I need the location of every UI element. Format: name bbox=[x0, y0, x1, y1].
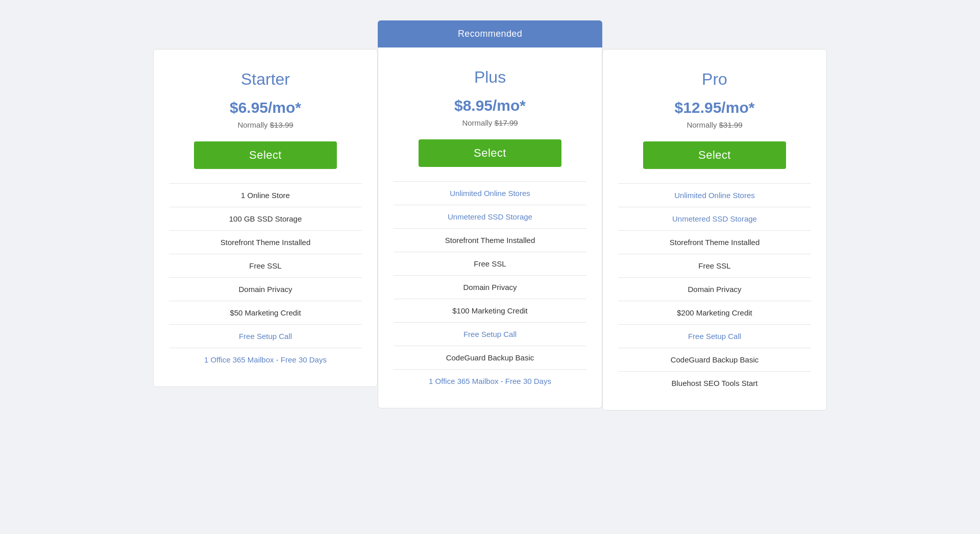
feature-item: Storefront Theme Installed bbox=[618, 230, 811, 254]
features-list-starter: 1 Online Store100 GB SSD StorageStorefro… bbox=[169, 183, 362, 371]
plan-price-plus: $8.95/mo* bbox=[394, 97, 586, 114]
feature-item: $100 Marketing Credit bbox=[394, 299, 586, 322]
feature-item: $50 Marketing Credit bbox=[169, 301, 362, 324]
spacer bbox=[602, 20, 827, 49]
feature-item: Bluehost SEO Tools Start bbox=[618, 371, 811, 395]
feature-item: $200 Marketing Credit bbox=[618, 301, 811, 324]
plan-name-plus: Plus bbox=[394, 68, 586, 87]
feature-item: Storefront Theme Installed bbox=[169, 230, 362, 254]
feature-item: Domain Privacy bbox=[618, 277, 811, 301]
plan-original-price-starter: Normally $13.99 bbox=[169, 120, 362, 129]
feature-item: 1 Office 365 Mailbox - Free 30 Days bbox=[394, 369, 586, 393]
feature-item: Free SSL bbox=[394, 252, 586, 275]
feature-item: 100 GB SSD Storage bbox=[169, 207, 362, 230]
plan-name-pro: Pro bbox=[618, 70, 811, 89]
recommended-badge: Recommended bbox=[378, 20, 602, 47]
plan-card-pro: Pro$12.95/mo*Normally $31.99SelectUnlimi… bbox=[602, 49, 827, 410]
feature-item: Free Setup Call bbox=[169, 324, 362, 348]
select-button-pro[interactable]: Select bbox=[643, 141, 786, 169]
select-button-starter[interactable]: Select bbox=[194, 141, 337, 169]
plan-card-starter: Starter$6.95/mo*Normally $13.99Select1 O… bbox=[153, 49, 378, 387]
feature-item: Unlimited Online Stores bbox=[618, 183, 811, 207]
feature-item: Unmetered SSD Storage bbox=[618, 207, 811, 230]
plan-card-plus: Plus$8.95/mo*Normally $17.99SelectUnlimi… bbox=[378, 47, 602, 408]
features-list-pro: Unlimited Online StoresUnmetered SSD Sto… bbox=[618, 183, 811, 395]
feature-item: 1 Office 365 Mailbox - Free 30 Days bbox=[169, 348, 362, 371]
select-button-plus[interactable]: Select bbox=[419, 139, 561, 167]
plan-original-price-pro: Normally $31.99 bbox=[618, 120, 811, 129]
feature-item: CodeGuard Backup Basic bbox=[394, 346, 586, 369]
plan-price-pro: $12.95/mo* bbox=[618, 99, 811, 116]
feature-item: Free Setup Call bbox=[394, 322, 586, 346]
plan-column-starter: Starter$6.95/mo*Normally $13.99Select1 O… bbox=[153, 20, 378, 387]
plan-price-starter: $6.95/mo* bbox=[169, 99, 362, 116]
feature-item: Free SSL bbox=[169, 254, 362, 277]
feature-item: Free Setup Call bbox=[618, 324, 811, 348]
feature-item: Storefront Theme Installed bbox=[394, 228, 586, 252]
plan-column-plus: RecommendedPlus$8.95/mo*Normally $17.99S… bbox=[378, 20, 602, 408]
feature-item: CodeGuard Backup Basic bbox=[618, 348, 811, 371]
feature-item: Unlimited Online Stores bbox=[394, 181, 586, 205]
plan-column-pro: Pro$12.95/mo*Normally $31.99SelectUnlimi… bbox=[602, 20, 827, 410]
feature-item: 1 Online Store bbox=[169, 183, 362, 207]
feature-item: Unmetered SSD Storage bbox=[394, 205, 586, 228]
feature-item: Domain Privacy bbox=[394, 275, 586, 299]
plan-original-price-plus: Normally $17.99 bbox=[394, 118, 586, 127]
feature-item: Domain Privacy bbox=[169, 277, 362, 301]
feature-item: Free SSL bbox=[618, 254, 811, 277]
plan-name-starter: Starter bbox=[169, 70, 362, 89]
pricing-section: Starter$6.95/mo*Normally $13.99Select1 O… bbox=[133, 20, 847, 410]
spacer bbox=[153, 20, 378, 49]
features-list-plus: Unlimited Online StoresUnmetered SSD Sto… bbox=[394, 181, 586, 393]
